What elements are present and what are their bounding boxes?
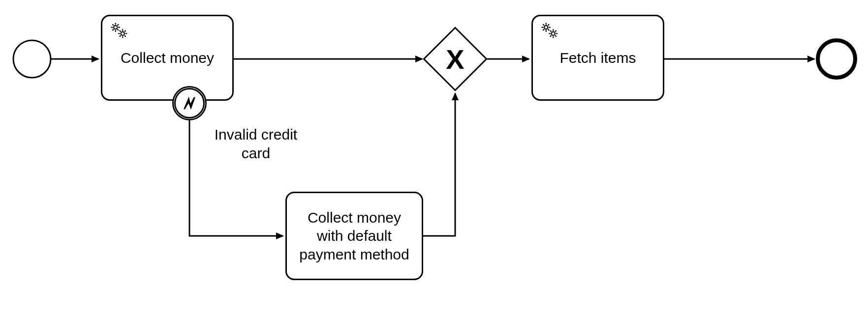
flow-default-to-gateway (423, 93, 455, 236)
task-collect-money: Collect money (101, 15, 234, 101)
error-icon (181, 94, 198, 112)
boundary-error-event (172, 86, 207, 120)
service-task-icon (539, 20, 560, 44)
svg-point-3 (121, 32, 124, 35)
start-event (13, 40, 51, 78)
svg-text:X: X (446, 44, 464, 75)
task-collect-default-label: Collect money with default payment metho… (295, 208, 414, 264)
svg-point-5 (552, 32, 555, 35)
task-collect-default: Collect money with default payment metho… (285, 192, 423, 280)
boundary-error-label: Invalid credit card (212, 125, 300, 162)
task-collect-money-label: Collect money (121, 49, 214, 67)
exclusive-gateway: X (424, 28, 486, 90)
svg-point-4 (544, 26, 548, 29)
end-event (818, 40, 855, 78)
task-fetch-items: Fetch items (531, 15, 664, 101)
task-fetch-items-label: Fetch items (559, 49, 636, 67)
svg-point-2 (114, 26, 117, 29)
service-task-icon (108, 20, 130, 44)
